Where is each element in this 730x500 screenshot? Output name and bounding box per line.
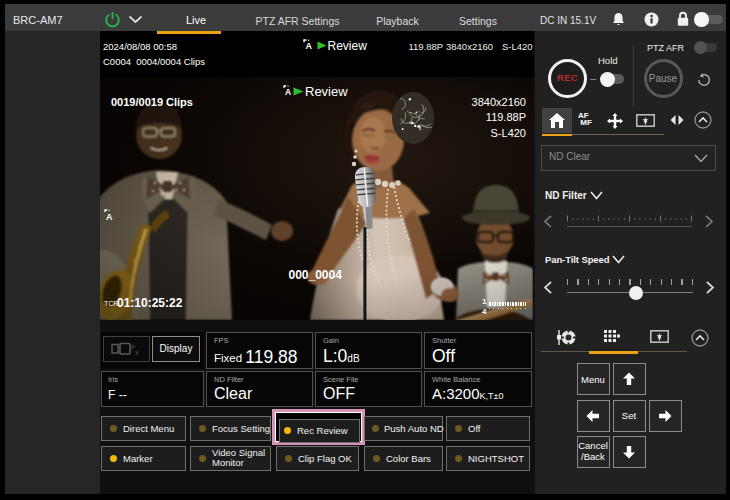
svg-text:A: A [285,87,291,96]
svg-text:A: A [106,212,113,222]
svg-text:A: A [306,41,313,50]
svg-text:x: x [135,349,139,356]
